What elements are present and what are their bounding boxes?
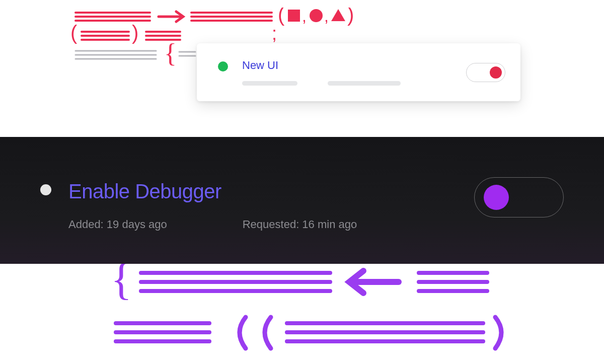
svg-point-10 bbox=[310, 9, 323, 22]
svg-text:,: , bbox=[324, 8, 329, 25]
svg-text:): ) bbox=[347, 8, 354, 26]
svg-rect-8 bbox=[288, 10, 300, 22]
svg-marker-12 bbox=[331, 9, 345, 21]
svg-text:,: , bbox=[302, 8, 307, 25]
placeholder-meta bbox=[242, 81, 466, 86]
svg-text:(: ( bbox=[278, 8, 285, 26]
status-dot-icon bbox=[40, 184, 51, 195]
placeholder-bar bbox=[328, 81, 401, 86]
svg-text:;: ; bbox=[272, 23, 277, 44]
feature-card-new-ui: New UI bbox=[197, 43, 520, 101]
status-dot-icon bbox=[218, 61, 228, 71]
added-label: Added: 19 days ago bbox=[68, 218, 167, 231]
svg-text:{: { bbox=[164, 39, 177, 67]
svg-text:): ) bbox=[132, 22, 138, 44]
svg-text:(: ( bbox=[70, 22, 78, 44]
placeholder-bar bbox=[242, 81, 297, 86]
feature-panel-enable-debugger: Enable Debugger Added: 19 days ago Reque… bbox=[0, 137, 604, 264]
feature-title: New UI bbox=[242, 59, 466, 72]
toggle-knob-icon bbox=[484, 185, 509, 210]
decorative-code-purple: { bbox=[111, 264, 528, 364]
feature-toggle[interactable] bbox=[466, 63, 505, 82]
svg-text:{: { bbox=[111, 264, 132, 304]
feature-toggle[interactable] bbox=[474, 177, 564, 217]
feature-title: Enable Debugger bbox=[68, 180, 474, 203]
toggle-knob-icon bbox=[490, 66, 502, 79]
requested-label: Requested: 16 min ago bbox=[243, 218, 357, 231]
